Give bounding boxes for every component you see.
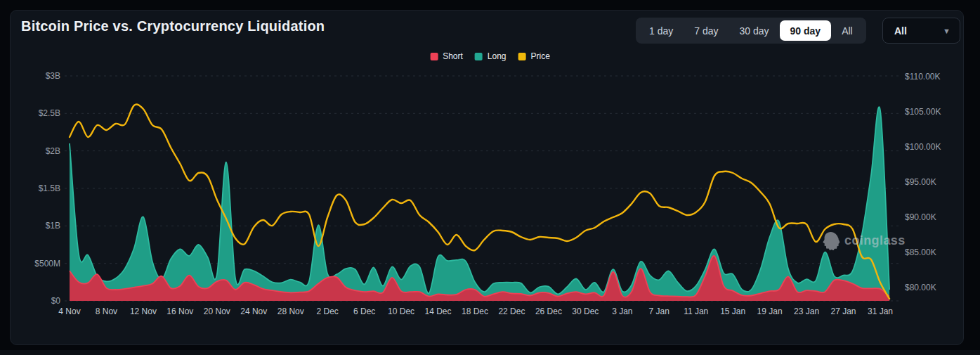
left-axis-label: $2B	[46, 146, 60, 156]
x-axis-label: 23 Jan	[794, 306, 819, 316]
x-axis-label: 20 Nov	[204, 306, 230, 316]
x-axis-label: 7 Jan	[649, 306, 669, 316]
left-axis-label: $3B	[46, 71, 60, 81]
x-axis-label: 31 Jan	[868, 306, 893, 316]
left-axis-label: $1.5B	[39, 183, 60, 193]
x-axis-label: 10 Dec	[388, 306, 414, 316]
liquidation-chart[interactable]: $3B$110.00K$2.5B$105.00K$2B$100.00K$1.5B…	[0, 0, 980, 355]
x-axis-label: 15 Jan	[720, 306, 745, 316]
x-axis-label: 12 Nov	[130, 306, 157, 316]
x-axis-label: 16 Nov	[166, 306, 193, 316]
right-axis-label: $80.00K	[905, 283, 936, 292]
x-axis-label: 4 Nov	[58, 306, 80, 316]
x-axis-label: 28 Nov	[277, 306, 304, 316]
x-axis-label: 26 Dec	[535, 306, 562, 316]
x-axis-label: 8 Nov	[96, 306, 117, 316]
x-axis-label: 24 Nov	[240, 306, 267, 316]
bottom-strip	[0, 350, 980, 355]
right-axis-label: $85.00K	[905, 247, 936, 257]
left-axis-label: $1B	[46, 221, 60, 231]
x-axis-label: 3 Jan	[612, 306, 632, 316]
left-axis-label: $500M	[34, 259, 60, 269]
x-axis-label: 19 Jan	[757, 306, 783, 316]
x-axis-label: 22 Dec	[498, 306, 525, 316]
long-area	[70, 107, 889, 301]
right-axis-label: $95.00K	[905, 177, 936, 187]
x-axis-label: 30 Dec	[572, 306, 599, 316]
x-axis-label: 2 Dec	[317, 306, 339, 316]
left-axis-label: $2.5B	[39, 108, 60, 118]
x-axis-label: 6 Dec	[353, 306, 375, 316]
x-axis-label: 11 Jan	[684, 306, 708, 316]
x-axis-label: 18 Dec	[462, 306, 488, 316]
left-axis-label: $0	[51, 296, 61, 306]
right-axis-label: $105.00K	[905, 107, 941, 117]
x-axis-label: 14 Dec	[425, 306, 452, 316]
right-axis-label: $90.00K	[905, 212, 936, 222]
right-axis-label: $110.00K	[905, 72, 941, 82]
x-axis-label: 27 Jan	[831, 306, 856, 316]
right-axis-label: $100.00K	[905, 142, 941, 152]
